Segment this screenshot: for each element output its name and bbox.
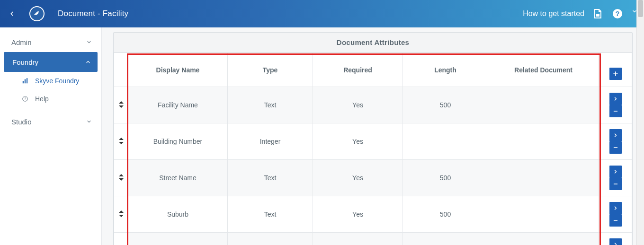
- row-open-button[interactable]: [609, 238, 622, 245]
- cell-display: Street Name: [128, 160, 228, 196]
- row-actions: [599, 233, 632, 245]
- sidebar-item-admin[interactable]: Admin: [0, 32, 101, 52]
- cell-related: [488, 233, 599, 245]
- row-open-button[interactable]: [609, 202, 622, 214]
- drag-handle-icon: [119, 174, 124, 181]
- drag-handle-cell[interactable]: [114, 160, 128, 196]
- sidebar-item-label: Studio: [11, 118, 32, 126]
- question-circle-icon: ?: [612, 8, 623, 19]
- svg-marker-13: [119, 138, 124, 140]
- row-remove-button[interactable]: [609, 105, 622, 117]
- table-row[interactable]: Street NameTextYes500: [114, 160, 632, 196]
- chevron-left-icon: [9, 10, 15, 17]
- cell-type: Text: [228, 87, 313, 123]
- svg-text:?: ?: [24, 97, 26, 100]
- svg-rect-4: [25, 79, 26, 84]
- sidebar-item-foundry[interactable]: Foundry: [4, 52, 98, 72]
- page-scrollbar[interactable]: ▴: [636, 0, 644, 245]
- cell-length: [403, 123, 488, 160]
- cell-display: Suburb: [128, 196, 228, 233]
- cell-type: Text: [228, 196, 313, 233]
- cell-type: Integer: [228, 123, 313, 160]
- row-open-button[interactable]: [609, 129, 622, 141]
- chevron-right-icon: [613, 242, 618, 245]
- row-remove-button[interactable]: [609, 141, 622, 154]
- video-guide-button[interactable]: [591, 7, 604, 20]
- col-actions: [599, 53, 632, 87]
- col-display-name[interactable]: Display Name: [128, 53, 228, 87]
- cell-required: Yes: [313, 196, 403, 233]
- cell-type: Text: [228, 233, 313, 245]
- sidebar-item-label: Admin: [11, 38, 32, 46]
- svg-rect-0: [596, 14, 599, 17]
- cell-required: Yes: [313, 87, 403, 123]
- table-header-row: Display Name Type Required Length Relate…: [114, 53, 632, 87]
- add-attribute-button[interactable]: [609, 68, 622, 80]
- chevron-right-icon: [613, 169, 618, 175]
- svg-marker-19: [119, 210, 124, 213]
- page-title: Document - Facility: [58, 9, 128, 18]
- chevron-down-icon: [86, 39, 92, 45]
- col-related-document[interactable]: Related Document: [488, 53, 599, 87]
- cell-related: [488, 123, 599, 160]
- how-to-get-started-link[interactable]: How to get started: [523, 9, 584, 18]
- scroll-thumb[interactable]: [638, 0, 643, 17]
- drag-handle-icon: [119, 138, 124, 144]
- row-remove-button[interactable]: [609, 178, 622, 190]
- row-open-button[interactable]: [609, 166, 622, 178]
- col-drag: [114, 53, 128, 87]
- chart-icon: [22, 78, 28, 84]
- attributes-table: Display Name Type Required Length Relate…: [114, 52, 632, 245]
- svg-rect-5: [27, 78, 27, 83]
- minus-icon: [613, 181, 618, 187]
- row-remove-button[interactable]: [609, 214, 622, 227]
- cell-length: 500: [403, 196, 488, 233]
- app-logo[interactable]: [29, 6, 45, 21]
- drag-handle-cell[interactable]: [114, 196, 128, 233]
- sidebar-subitem-skyve-foundry[interactable]: Skyve Foundry: [0, 72, 101, 90]
- row-actions: [599, 196, 632, 233]
- drag-handle-cell[interactable]: [114, 123, 128, 160]
- svg-rect-3: [23, 81, 24, 83]
- col-required[interactable]: Required: [313, 53, 403, 87]
- cell-length: 500: [403, 233, 488, 245]
- sidebar: Admin Foundry Skyve Foundry ? Help Studi…: [0, 27, 102, 245]
- col-type[interactable]: Type: [228, 53, 313, 87]
- cell-related: [488, 160, 599, 196]
- col-length[interactable]: Length: [403, 53, 488, 87]
- cell-length: 500: [403, 87, 488, 123]
- table-row[interactable]: SuburbTextYes500: [114, 196, 632, 233]
- minus-icon: [613, 145, 618, 150]
- bird-icon: [33, 9, 41, 18]
- chevron-up-icon: [85, 59, 91, 65]
- row-actions: [599, 123, 632, 160]
- sidebar-subitem-label: Help: [35, 95, 49, 103]
- table-row[interactable]: Building NumberIntegerYes: [114, 123, 632, 160]
- sidebar-item-studio[interactable]: Studio: [0, 112, 101, 131]
- cell-related: [488, 87, 599, 123]
- cell-display: Facility Name: [128, 87, 228, 123]
- cell-display: Building Number: [128, 123, 228, 160]
- cell-length: 500: [403, 160, 488, 196]
- table-row[interactable]: Facility NameTextYes500: [114, 87, 632, 123]
- chevron-right-icon: [613, 132, 618, 138]
- cell-required: No: [313, 233, 403, 245]
- drag-handle-cell[interactable]: [114, 233, 128, 245]
- svg-text:?: ?: [616, 10, 620, 18]
- cell-related: [488, 196, 599, 233]
- drag-handle-icon: [119, 101, 124, 108]
- svg-marker-11: [119, 105, 124, 108]
- back-button[interactable]: [5, 7, 19, 21]
- drag-handle-cell[interactable]: [114, 87, 128, 123]
- plus-icon: [612, 70, 619, 77]
- cell-type: Text: [228, 160, 313, 196]
- table-row[interactable]: StateTextNo500: [114, 233, 632, 245]
- row-actions: [599, 160, 632, 196]
- minus-icon: [613, 218, 618, 223]
- row-open-button[interactable]: [609, 93, 622, 105]
- document-video-icon: [592, 8, 603, 19]
- minus-icon: [613, 108, 618, 114]
- document-attributes-panel: Document Attributes Display Name Type R: [113, 32, 633, 245]
- sidebar-subitem-help[interactable]: ? Help: [0, 90, 101, 108]
- help-button[interactable]: ?: [611, 7, 624, 20]
